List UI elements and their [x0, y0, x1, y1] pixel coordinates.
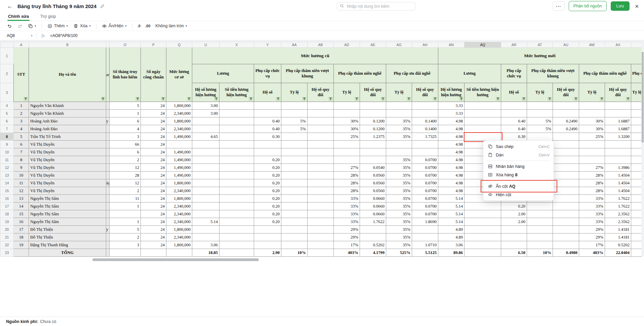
cell[interactable]: [281, 187, 308, 195]
cell[interactable]: 35%: [386, 179, 412, 187]
cell[interactable]: 4.98: [438, 148, 465, 156]
undo-button[interactable]: [5, 23, 14, 30]
cell[interactable]: [553, 179, 579, 187]
filter-icon[interactable]: [522, 97, 526, 101]
cell[interactable]: [308, 102, 334, 110]
cell[interactable]: [631, 249, 642, 257]
filter-icon[interactable]: [161, 97, 165, 101]
filter-icon[interactable]: [381, 97, 385, 101]
cell[interactable]: 3.06: [438, 241, 465, 249]
cell[interactable]: 8: [14, 156, 29, 164]
row-number[interactable]: 2: [0, 64, 14, 83]
cell[interactable]: [527, 233, 553, 241]
cell[interactable]: 24: [141, 148, 166, 156]
cell[interactable]: 24: [141, 241, 166, 249]
cell[interactable]: 24: [141, 203, 166, 210]
cell[interactable]: 6: [110, 117, 141, 125]
cell[interactable]: Vũ Thị Duyên: [29, 148, 106, 156]
column-letter[interactable]: AN: [438, 42, 465, 48]
cell[interactable]: 11: [14, 179, 29, 187]
cell[interactable]: 1.6887: [605, 117, 631, 125]
cell[interactable]: 1.3986: [605, 164, 631, 172]
cell[interactable]: 10%: [527, 249, 553, 257]
cell[interactable]: 2,340,000: [166, 218, 192, 226]
cell[interactable]: [192, 148, 219, 156]
cell[interactable]: [254, 148, 281, 156]
cell[interactable]: 29%: [579, 233, 605, 241]
cell[interactable]: 403%: [334, 249, 360, 257]
cell[interactable]: [631, 218, 642, 226]
cell[interactable]: 0.40: [501, 117, 527, 125]
cell[interactable]: [465, 110, 501, 117]
cell[interactable]: [631, 102, 642, 110]
cell[interactable]: [553, 218, 579, 226]
column-letter[interactable]: AW: [579, 42, 605, 48]
cell[interactable]: Đỗ Thị Thiện: [29, 226, 106, 233]
cell[interactable]: 24: [141, 156, 166, 164]
filter-icon[interactable]: [249, 97, 253, 101]
cell[interactable]: 35%: [386, 195, 412, 203]
cell[interactable]: 24: [141, 218, 166, 226]
header-cell[interactable]: Số tiền lương hiện hưởng: [465, 83, 501, 102]
cell[interactable]: [631, 125, 642, 133]
cell[interactable]: [386, 148, 412, 156]
cell[interactable]: [360, 110, 386, 117]
cell[interactable]: [192, 156, 219, 164]
cell[interactable]: 35%: [386, 233, 412, 241]
cell[interactable]: [281, 226, 308, 233]
cell[interactable]: 0.0700: [412, 203, 438, 210]
column-letter[interactable]: AH: [412, 42, 438, 48]
cell[interactable]: 0.5202: [360, 241, 386, 249]
cell[interactable]: [281, 210, 308, 218]
row-number[interactable]: 5: [0, 110, 14, 117]
cell[interactable]: 1,490,000: [166, 172, 192, 179]
cell[interactable]: [192, 210, 219, 218]
cell[interactable]: [308, 226, 334, 233]
cell[interactable]: [501, 233, 527, 241]
redo-button[interactable]: [15, 23, 25, 30]
header-cell[interactable]: Tỷ lệ: [386, 83, 412, 102]
cell[interactable]: Vũ Thị Duyên: [29, 187, 106, 195]
cell[interactable]: 24: [141, 164, 166, 172]
header-group-cell[interactable]: Phụ cấp ưu đãi nghề: [631, 64, 642, 83]
cell[interactable]: 0.2490: [553, 117, 579, 125]
cell[interactable]: 33%: [334, 210, 360, 218]
header-group-cell[interactable]: Lương: [192, 64, 254, 83]
cell[interactable]: [192, 233, 219, 241]
cell[interactable]: 28%: [334, 172, 360, 179]
header-cell[interactable]: Hệ số quy đổi: [553, 83, 579, 102]
cell[interactable]: [106, 187, 110, 195]
cell[interactable]: [106, 195, 110, 203]
cell[interactable]: 4.98: [438, 187, 465, 195]
cell[interactable]: 0.0660: [360, 195, 386, 203]
cell[interactable]: 0.40: [501, 125, 527, 133]
cell[interactable]: [527, 218, 553, 226]
cell[interactable]: 0.0700: [412, 210, 438, 218]
cell[interactable]: [254, 226, 281, 233]
cell[interactable]: [465, 249, 501, 257]
cell[interactable]: 0.2490: [553, 125, 579, 133]
cell[interactable]: 24: [141, 226, 166, 233]
cell[interactable]: [579, 156, 605, 164]
cell[interactable]: 0.30: [254, 133, 281, 141]
cell[interactable]: 19: [14, 241, 29, 249]
cell[interactable]: [334, 156, 360, 164]
cell[interactable]: 5%: [281, 125, 308, 133]
cell[interactable]: [553, 187, 579, 195]
header-cell[interactable]: Mức lương cơ sở: [166, 48, 192, 102]
cell[interactable]: [527, 241, 553, 249]
cell[interactable]: Đỗ Thị Thiện: [29, 233, 106, 241]
cell[interactable]: 2.00: [501, 210, 527, 218]
cell[interactable]: [219, 187, 254, 195]
cell[interactable]: 1,490,000: [166, 133, 192, 141]
column-letter[interactable]: O: [110, 42, 141, 48]
cell[interactable]: [412, 233, 438, 241]
cell[interactable]: 5%: [527, 117, 553, 125]
cell[interactable]: 33%: [334, 218, 360, 226]
filter-icon[interactable]: [574, 97, 578, 101]
cell[interactable]: 30%: [579, 125, 605, 133]
row-number[interactable]: 18: [0, 210, 14, 218]
cell[interactable]: 4.65: [192, 133, 219, 141]
header-group-cell[interactable]: Phụ cấp chức vụ: [501, 64, 527, 83]
cell[interactable]: 0.0700: [412, 195, 438, 203]
